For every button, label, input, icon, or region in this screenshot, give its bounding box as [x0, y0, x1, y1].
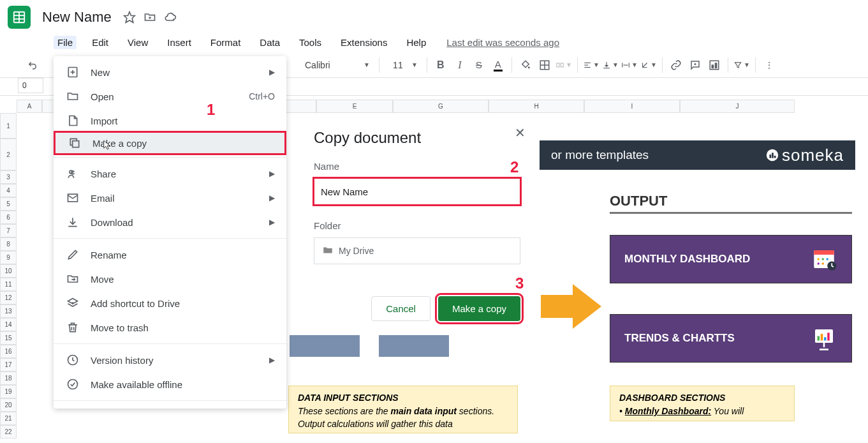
monthly-dashboard-tile[interactable]: MONTHLY DASHBOARD	[610, 235, 852, 283]
row-12[interactable]: 12	[0, 291, 17, 304]
menu-download[interactable]: Download ▶	[54, 210, 286, 234]
row-11[interactable]: 11	[0, 278, 17, 291]
star-icon[interactable]	[123, 11, 136, 24]
menu-data[interactable]: Data	[256, 36, 284, 49]
col-G[interactable]: G	[393, 100, 489, 113]
svg-point-38	[818, 258, 820, 260]
menu-make-copy[interactable]: Make a copy	[54, 131, 286, 155]
row-22[interactable]: 22	[0, 425, 17, 439]
annotation-step-2: 2	[510, 158, 519, 176]
close-button[interactable]: ✕	[515, 125, 526, 140]
menu-view[interactable]: View	[124, 36, 152, 49]
chart-button[interactable]	[706, 57, 723, 73]
menu-offline[interactable]: Make available offline	[54, 372, 286, 396]
row-16[interactable]: 16	[0, 345, 17, 358]
submenu-arrow-icon: ▶	[269, 68, 275, 77]
bold-button[interactable]: B	[432, 57, 449, 73]
link-button[interactable]	[668, 57, 684, 73]
menu-share[interactable]: Share ▶	[54, 161, 286, 186]
row-20[interactable]: 20	[0, 398, 17, 412]
row-10[interactable]: 10	[0, 264, 17, 278]
row-21[interactable]: 21	[0, 412, 17, 425]
copy-document-dialog: Copy document ✕ Name Folder My Drive Can…	[298, 115, 536, 335]
text-color-button[interactable]: A	[490, 57, 506, 73]
template-banner: or more templates someka	[540, 140, 855, 170]
row-6[interactable]: 6	[0, 211, 17, 224]
row-8[interactable]: 8	[0, 237, 17, 251]
wrap-button[interactable]: ▼	[621, 57, 638, 73]
rotate-button[interactable]: ▼	[640, 57, 657, 73]
data-input-note: DATA INPUT SECTIONS These sections are t…	[288, 386, 518, 433]
row-15[interactable]: 15	[0, 331, 17, 345]
menu-move[interactable]: Move	[54, 267, 286, 291]
borders-button[interactable]	[536, 57, 553, 73]
valign-button[interactable]: ▼	[602, 57, 619, 73]
comment-button[interactable]	[687, 57, 703, 73]
menu-file[interactable]: File	[54, 36, 77, 49]
cancel-button[interactable]: Cancel	[371, 296, 430, 321]
menu-rename[interactable]: Rename	[54, 243, 286, 267]
menu-version-history[interactable]: Version history ▶	[54, 348, 286, 372]
row-7[interactable]: 7	[0, 224, 17, 237]
menu-extensions[interactable]: Extensions	[337, 36, 391, 49]
col-H[interactable]: H	[489, 100, 584, 113]
filter-button[interactable]: ▼	[733, 57, 750, 73]
italic-button[interactable]: I	[452, 57, 468, 73]
svg-rect-46	[821, 334, 823, 341]
menu-format[interactable]: Format	[207, 36, 245, 49]
col-A[interactable]: A	[17, 100, 42, 113]
menu-add-shortcut[interactable]: Add shortcut to Drive	[54, 291, 286, 315]
menubar: File Edit View Insert Format Data Tools …	[0, 32, 868, 52]
strikethrough-button[interactable]: S	[471, 57, 487, 73]
menu-insert[interactable]: Insert	[163, 36, 195, 49]
row-5[interactable]: 5	[0, 197, 17, 211]
undo-button[interactable]	[24, 57, 41, 73]
row-2[interactable]: 2	[0, 139, 17, 170]
move-folder-icon[interactable]	[143, 11, 156, 24]
fill-color-button[interactable]	[517, 57, 534, 73]
svg-point-5	[528, 66, 530, 68]
folder-selector[interactable]: My Drive	[314, 237, 520, 264]
name-box[interactable]: 0	[18, 78, 43, 93]
row-13[interactable]: 13	[0, 304, 17, 318]
menu-email[interactable]: Email ▶	[54, 186, 286, 210]
row-3[interactable]: 3	[0, 170, 17, 184]
arrow-annotation	[541, 281, 605, 332]
cloud-status-icon[interactable]	[164, 11, 177, 24]
row-17[interactable]: 17	[0, 358, 17, 372]
menu-import[interactable]: Import	[54, 109, 286, 133]
menu-edit[interactable]: Edit	[88, 36, 112, 49]
font-dropdown[interactable]: Calibri▼	[301, 57, 374, 73]
make-copy-button[interactable]: Make a copy	[438, 296, 520, 321]
copy-icon	[67, 135, 82, 151]
submenu-arrow-icon: ▶	[269, 218, 275, 227]
menu-trash[interactable]: Move to trash	[54, 315, 286, 340]
row-4[interactable]: 4	[0, 184, 17, 197]
svg-rect-34	[772, 153, 774, 158]
more-button[interactable]: ⋮	[761, 57, 777, 73]
row-1[interactable]: 1	[0, 113, 17, 139]
font-size-dropdown[interactable]: 11▼	[385, 57, 422, 73]
menu-new[interactable]: New ▶	[54, 60, 286, 84]
row-9[interactable]: 9	[0, 251, 17, 264]
trends-charts-tile[interactable]: TRENDS & CHARTTS	[610, 314, 852, 363]
svg-rect-9	[557, 63, 559, 67]
name-input[interactable]	[314, 178, 520, 205]
merge-button[interactable]: ▼	[555, 57, 572, 73]
svg-marker-4	[124, 12, 135, 23]
col-E[interactable]: E	[316, 100, 393, 113]
row-18[interactable]: 18	[0, 372, 17, 385]
doc-title[interactable]: New Name	[42, 9, 112, 26]
col-I[interactable]: I	[584, 100, 680, 113]
menu-open[interactable]: Open Ctrl+O	[54, 84, 286, 109]
row-19[interactable]: 19	[0, 385, 17, 398]
someka-logo: someka	[765, 146, 844, 165]
menu-tools[interactable]: Tools	[295, 36, 325, 49]
folder-label: Folder	[314, 220, 520, 231]
last-edit-link[interactable]: Last edit was seconds ago	[446, 37, 559, 48]
dashboard-note: DASHBOARD SECTIONS • Monthly Dashboard: …	[610, 386, 795, 421]
col-J[interactable]: J	[680, 100, 795, 113]
halign-button[interactable]: ▼	[583, 57, 600, 73]
menu-help[interactable]: Help	[402, 36, 430, 49]
row-14[interactable]: 14	[0, 318, 17, 331]
